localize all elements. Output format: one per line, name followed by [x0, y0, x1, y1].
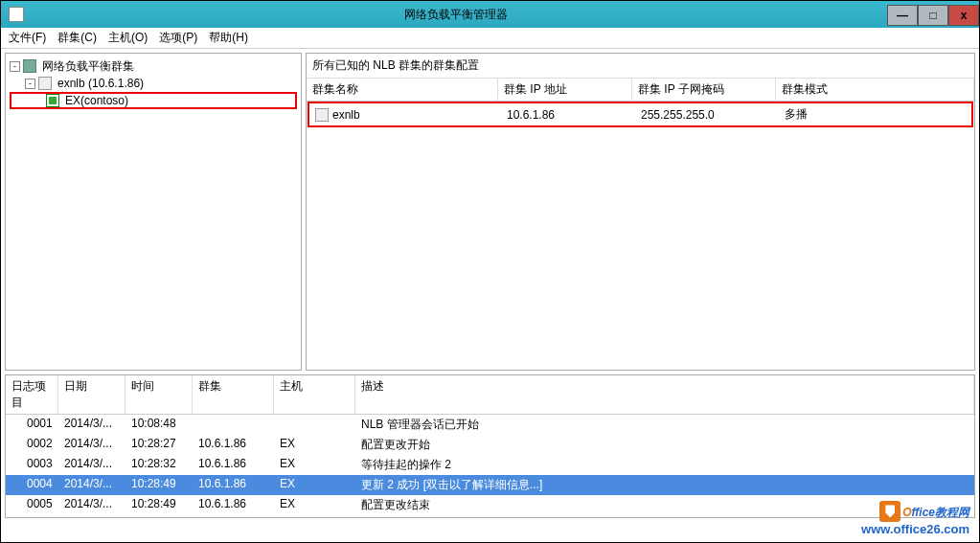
- tree-cluster-label: exnlb (10.6.1.86): [56, 76, 146, 91]
- log-panel: 日志项目 日期 时间 群集 主机 描述 00012014/3/...10:08:…: [5, 374, 975, 518]
- close-button[interactable]: x: [948, 5, 979, 26]
- log-cell-date: 2014/3/...: [58, 495, 125, 515]
- log-row[interactable]: 00012014/3/...10:08:48NLB 管理器会话已开始: [6, 415, 974, 435]
- log-cell-time: 10:28:49: [125, 495, 193, 515]
- log-cell-item: 0005: [6, 495, 58, 515]
- tree-root-label: 网络负载平衡群集: [40, 57, 136, 76]
- log-cell-time: 10:28:27: [125, 435, 193, 455]
- col-log-host[interactable]: 主机: [274, 375, 355, 414]
- log-cell-date: 2014/3/...: [58, 475, 125, 495]
- menu-cluster[interactable]: 群集(C): [57, 30, 97, 46]
- cluster-table: 群集名称 群集 IP 地址 群集 IP 子网掩码 群集模式 exnlb 10.6…: [307, 79, 974, 370]
- log-cell-desc: NLB 管理器会话已开始: [355, 415, 974, 435]
- log-cell-cluster: 10.6.1.86: [193, 435, 274, 455]
- log-cell-date: 2014/3/...: [58, 435, 125, 455]
- log-cell-desc: 配置更改开始: [355, 435, 974, 455]
- cluster-row[interactable]: exnlb 10.6.1.86 255.255.255.0 多播: [308, 102, 973, 127]
- log-row[interactable]: 00032014/3/...10:28:3210.6.1.86EX等待挂起的操作…: [6, 455, 974, 475]
- cluster-table-header: 群集名称 群集 IP 地址 群集 IP 子网掩码 群集模式: [307, 79, 974, 102]
- log-cell-time: 10:28:49: [125, 475, 193, 495]
- cell-cluster-ip: 10.6.1.86: [501, 105, 635, 124]
- cluster-name-value: exnlb: [332, 108, 360, 122]
- menu-help[interactable]: 帮助(H): [209, 30, 248, 46]
- detail-header: 所有已知的 NLB 群集的群集配置: [307, 54, 974, 79]
- col-log-cluster[interactable]: 群集: [193, 375, 274, 414]
- tree-root[interactable]: - 网络负载平衡群集: [10, 57, 297, 75]
- detail-panel: 所有已知的 NLB 群集的群集配置 群集名称 群集 IP 地址 群集 IP 子网…: [306, 53, 975, 371]
- menubar: 文件(F) 群集(C) 主机(O) 选项(P) 帮助(H): [1, 28, 979, 49]
- cluster-root-icon: [23, 59, 36, 73]
- col-log-time[interactable]: 时间: [125, 375, 193, 414]
- col-cluster-mask[interactable]: 群集 IP 子网掩码: [632, 79, 776, 101]
- log-cell-cluster: 10.6.1.86: [193, 475, 274, 495]
- log-row[interactable]: 00052014/3/...10:28:4910.6.1.86EX配置更改结束: [6, 495, 974, 515]
- tree-toggle-icon[interactable]: -: [25, 79, 35, 89]
- cell-cluster-mode: 多播: [779, 105, 971, 124]
- log-header: 日志项目 日期 时间 群集 主机 描述: [6, 375, 974, 415]
- minimize-button[interactable]: —: [887, 5, 918, 26]
- log-cell-cluster: [193, 415, 274, 435]
- col-log-date[interactable]: 日期: [58, 375, 125, 414]
- log-cell-desc: 等待挂起的操作 2: [355, 455, 974, 475]
- log-cell-desc: 配置更改结束: [355, 495, 974, 515]
- window-controls: — □ x: [887, 3, 979, 26]
- maximize-button[interactable]: □: [918, 5, 948, 26]
- cell-cluster-name: exnlb: [309, 105, 501, 124]
- log-cell-host: EX: [274, 455, 355, 475]
- col-cluster-name[interactable]: 群集名称: [307, 79, 498, 101]
- log-row[interactable]: 00022014/3/...10:28:2710.6.1.86EX配置更改开始: [6, 435, 974, 455]
- tree-cluster[interactable]: - exnlb (10.6.1.86): [10, 75, 297, 92]
- log-cell-time: 10:28:32: [125, 455, 193, 475]
- app-icon: [9, 7, 24, 22]
- log-row[interactable]: 00042014/3/...10:28:4910.6.1.86EX更新 2 成功…: [6, 475, 974, 495]
- content-area: - 网络负载平衡群集 - exnlb (10.6.1.86) EX(contos…: [1, 49, 979, 374]
- menu-file[interactable]: 文件(F): [9, 30, 46, 46]
- log-cell-desc: 更新 2 成功 [双击以了解详细信息...]: [355, 475, 974, 495]
- log-cell-item: 0002: [6, 435, 58, 455]
- log-cell-time: 10:08:48: [125, 415, 193, 435]
- cluster-row-icon: [315, 108, 329, 122]
- col-log-desc[interactable]: 描述: [355, 375, 974, 414]
- log-cell-host: EX: [274, 495, 355, 515]
- log-cell-date: 2014/3/...: [58, 455, 125, 475]
- col-cluster-mode[interactable]: 群集模式: [776, 79, 974, 101]
- log-cell-host: EX: [274, 475, 355, 495]
- tree-host[interactable]: EX(contoso): [10, 92, 297, 109]
- tree-toggle-icon[interactable]: -: [10, 61, 20, 72]
- log-cell-host: EX: [274, 435, 355, 455]
- host-icon: [46, 94, 59, 107]
- cluster-node-icon: [38, 77, 52, 90]
- log-cell-item: 0003: [6, 455, 58, 475]
- cell-cluster-mask: 255.255.255.0: [635, 105, 779, 124]
- log-cell-date: 2014/3/...: [58, 415, 125, 435]
- menu-host[interactable]: 主机(O): [108, 30, 148, 46]
- tree-host-label: EX(contoso): [63, 93, 130, 108]
- col-cluster-ip[interactable]: 群集 IP 地址: [498, 79, 632, 101]
- log-cell-cluster: 10.6.1.86: [193, 495, 274, 515]
- watermark-url: www.office26.com: [861, 522, 969, 536]
- log-body: 00012014/3/...10:08:48NLB 管理器会话已开始000220…: [6, 415, 974, 515]
- menu-options[interactable]: 选项(P): [159, 30, 197, 46]
- window-title: 网络负载平衡管理器: [24, 7, 887, 23]
- titlebar: 网络负载平衡管理器 — □ x: [1, 1, 979, 28]
- log-cell-host: [274, 415, 355, 435]
- log-cell-item: 0001: [6, 415, 58, 435]
- log-cell-cluster: 10.6.1.86: [193, 455, 274, 475]
- log-cell-item: 0004: [6, 475, 58, 495]
- col-log-item[interactable]: 日志项目: [6, 375, 58, 414]
- tree-panel: - 网络负载平衡群集 - exnlb (10.6.1.86) EX(contos…: [5, 53, 302, 371]
